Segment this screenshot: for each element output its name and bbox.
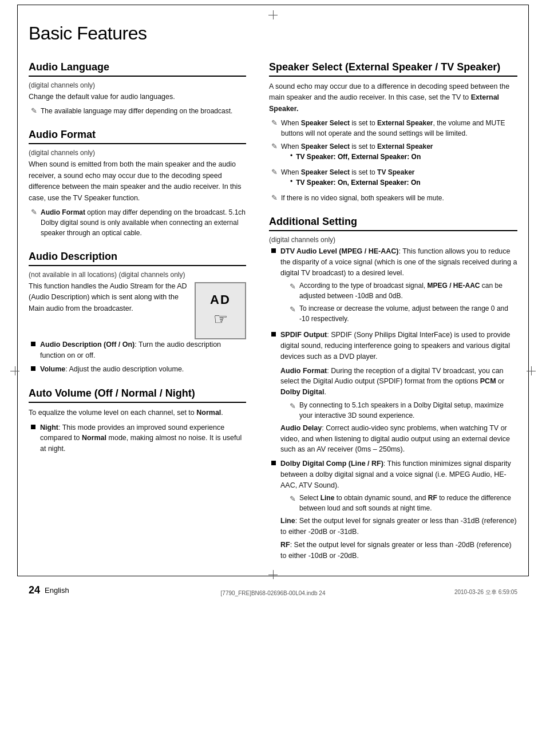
section-audio-format: Audio Format (digital channels only) Whe…	[29, 129, 246, 238]
note-icon-dtv1: ✎	[290, 281, 296, 292]
note-text-spdif-af: By connecting to 5.1ch speakers in a Dol…	[299, 400, 517, 421]
note-icon-dolby: ✎	[290, 493, 296, 505]
note-text-audio-language: The available language may differ depend…	[41, 106, 232, 116]
note-icon-spdif-af: ✎	[290, 401, 296, 412]
sub-bullet-ss2: • TV Speaker: Off, External Speaker: On	[290, 152, 433, 162]
body-audio-language: Change the default value for audio langu…	[29, 92, 246, 102]
note-text-dtv2: To increase or decrease the volume, adju…	[299, 303, 517, 324]
content-area: Audio Language (digital channels only) C…	[29, 61, 517, 573]
subtitle-audio-format: (digital channels only)	[29, 149, 246, 157]
crosshair-right	[527, 366, 536, 375]
spdif-audio-delay-block: Audio Delay: Correct audio-video sync pr…	[280, 423, 517, 455]
bullet-night: Night: This mode provides an improved so…	[31, 422, 246, 454]
bullet-square-icon-2	[31, 366, 35, 371]
note-text-dolby: Select Line to obtain dynamic sound, and…	[299, 493, 517, 513]
section-title-audio-format: Audio Format	[29, 129, 246, 144]
note-dolby: ✎ Select Line to obtain dynamic sound, a…	[290, 493, 517, 513]
bullet-text-audio-desc-volume: Volume: Adjust the audio description vol…	[40, 364, 184, 375]
note-icon-ss3: ✎	[271, 168, 278, 176]
footer-page-number: 24	[29, 584, 40, 596]
bullet-text-night: Night: This mode provides an improved so…	[40, 422, 246, 454]
section-title-audio-language: Audio Language	[29, 61, 246, 77]
section-title-audio-description: Audio Description	[29, 251, 246, 266]
audio-description-text-block: (not available in all locations) (digita…	[29, 271, 188, 318]
page: Basic Features Audio Language (digital c…	[0, 0, 546, 608]
bullet-audio-desc-volume: Volume: Adjust the audio description vol…	[31, 364, 246, 375]
note-speaker-select-4: ✎ If there is no video signal, both spea…	[271, 193, 517, 203]
right-column: Speaker Select (External Speaker / TV Sp…	[269, 61, 517, 573]
crosshair-top	[268, 10, 278, 19]
border-top	[17, 5, 529, 5]
note-text-ss1: When Speaker Select is set to External S…	[281, 118, 517, 138]
body-audio-description: This function handles the Audio Stream f…	[29, 281, 188, 314]
bullet-square-icon	[31, 342, 35, 346]
dolby-line-block: Line: Set the output level for signals g…	[280, 516, 517, 537]
note-icon-ss2: ✎	[271, 142, 278, 151]
section-title-additional: Additional Setting	[269, 216, 517, 231]
bullet-dolby: Dolby Digital Comp (Line / RF): This fun…	[271, 458, 517, 561]
note-spdif-af: ✎ By connecting to 5.1ch speakers in a D…	[290, 400, 517, 421]
note-speaker-select-2: ✎ When Speaker Select is set to External…	[271, 141, 517, 164]
note-icon-ss1: ✎	[271, 118, 278, 127]
bullet-dtv-audio: DTV Audio Level (MPEG / HE-AAC): This fu…	[271, 246, 517, 326]
border-left	[17, 5, 18, 576]
section-title-auto-volume: Auto Volume (Off / Normal / Night)	[29, 387, 246, 403]
bullet-text-audio-desc-onoff: Audio Description (Off / On): Turn the a…	[40, 339, 246, 361]
sub-bullet-dot-icon: •	[290, 152, 292, 160]
section-audio-description: Audio Description (not available in all …	[29, 251, 246, 375]
page-title: Basic Features	[29, 23, 517, 44]
note-audio-language: ✎ The available language may differ depe…	[31, 106, 246, 116]
note-speaker-select-1: ✎ When Speaker Select is set to External…	[271, 118, 517, 138]
note-audio-format: ✎ Audio Format option may differ dependi…	[31, 207, 246, 238]
footer-date: 2010-03-26 오후 6:59:05	[454, 588, 517, 596]
sub-bullet-dot-icon-2: •	[290, 177, 292, 185]
section-audio-language: Audio Language (digital channels only) C…	[29, 61, 246, 116]
bullet-audio-desc-onoff: Audio Description (Off / On): Turn the a…	[31, 339, 246, 361]
footer: 24 English	[29, 584, 69, 596]
spdif-audio-format-block: Audio Format: During the reception of a …	[280, 366, 517, 421]
bullet-square-dolby-icon	[271, 461, 276, 465]
crosshair-bottom	[268, 570, 278, 579]
sub-bullet-text-ss2: TV Speaker: Off, External Speaker: On	[296, 152, 421, 162]
note-icon-dtv2: ✎	[290, 304, 296, 315]
bullet-square-dtv-icon	[271, 248, 276, 253]
note-icon-af: ✎	[31, 208, 37, 216]
sub-bullet-ss3: • TV Speaker: On, External Speaker: On	[290, 177, 421, 188]
footer-language: English	[45, 586, 69, 595]
note-text-ss2: When Speaker Select is set to External S…	[281, 143, 433, 151]
bullet-square-spdif-icon	[271, 332, 276, 337]
ad-hand-icon: ☞	[213, 310, 228, 328]
note-speaker-select-3: ✎ When Speaker Select is set to TV Speak…	[271, 167, 517, 190]
sub-bullet-text-ss3: TV Speaker: On, External Speaker: On	[296, 177, 420, 188]
section-title-speaker-select: Speaker Select (External Speaker / TV Sp…	[269, 61, 517, 77]
note-icon-ss4: ✎	[271, 193, 278, 202]
spdif-audio-format-label: Audio Format: During the reception of a …	[280, 367, 504, 397]
body-auto-volume: To equalize the volume level on each cha…	[29, 407, 246, 418]
subtitle-additional: (digital channels only)	[269, 236, 517, 244]
note-dtv-2: ✎ To increase or decrease the volume, ad…	[290, 303, 517, 324]
note-text-dtv1: According to the type of broadcast signa…	[299, 280, 517, 301]
note-dtv-1: ✎ According to the type of broadcast sig…	[290, 280, 517, 301]
body-audio-format: When sound is emitted from both the main…	[29, 159, 246, 204]
note-text-ss4: If there is no video signal, both speake…	[281, 193, 444, 203]
dolby-rf-block: RF: Set the output level for signals gre…	[280, 540, 517, 561]
body-speaker-select: A sound echo may occur due to a differen…	[269, 81, 517, 114]
section-additional-setting: Additional Setting (digital channels onl…	[269, 216, 517, 561]
note-text-audio-format: Audio Format option may differ depending…	[41, 207, 246, 238]
footer-file: [7790_FRE]BN68-02696B-00L04.indb 24	[221, 590, 326, 596]
bullet-spdif: SPDIF Output: SPDIF (Sony Philips Digita…	[271, 330, 517, 455]
subtitle-audio-language: (digital channels only)	[29, 81, 246, 89]
note-text-ss3: When Speaker Select is set to TV Speaker	[281, 168, 414, 176]
section-speaker-select: Speaker Select (External Speaker / TV Sp…	[269, 61, 517, 203]
bullet-text-spdif: SPDIF Output: SPDIF (Sony Philips Digita…	[280, 330, 517, 455]
ad-image: AD ☞	[195, 282, 246, 339]
section-auto-volume: Auto Volume (Off / Normal / Night) To eq…	[29, 387, 246, 454]
audio-description-row: (not available in all locations) (digita…	[29, 271, 246, 339]
border-right	[528, 5, 529, 576]
bullet-text-dolby: Dolby Digital Comp (Line / RF): This fun…	[280, 458, 517, 561]
subtitle-audio-description: (not available in all locations) (digita…	[29, 271, 188, 279]
left-column: Audio Language (digital channels only) C…	[29, 61, 246, 573]
bullet-square-night-icon	[31, 425, 35, 429]
bullet-text-dtv: DTV Audio Level (MPEG / HE-AAC): This fu…	[280, 246, 517, 326]
crosshair-left	[10, 366, 19, 375]
